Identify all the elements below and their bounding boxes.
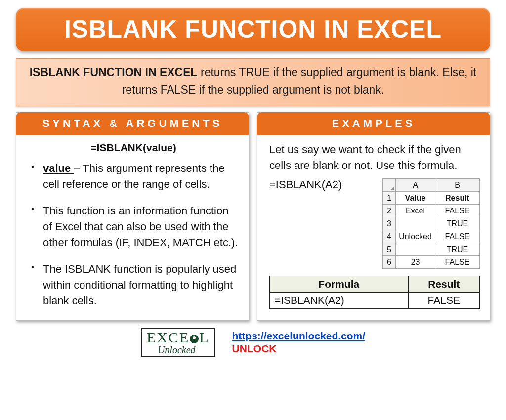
example-row: =ISBLANK(A2) A B 1 Value Result 2 Excel	[269, 178, 480, 269]
cell: TRUE	[435, 217, 480, 230]
logo-bottom: Unlocked	[147, 345, 210, 355]
page-title: ISBLANK FUNCTION IN EXCEL	[16, 8, 490, 51]
logo-text-pre: EXCE	[147, 329, 189, 345]
unlock-text: UNLOCK	[232, 343, 366, 355]
argument-item: This function is an information function…	[31, 203, 239, 251]
syntax-formula: =ISBLANK(value)	[28, 142, 239, 154]
result-header-formula: Formula	[270, 276, 409, 293]
cell	[396, 243, 435, 256]
footer: EXCEL Unlocked https://excelunlocked.com…	[14, 328, 492, 357]
syntax-card-body: =ISBLANK(value) value – This argument re…	[16, 135, 249, 320]
row-header: 3	[383, 217, 396, 230]
cell: Value	[396, 192, 435, 205]
cell: FALSE	[435, 205, 480, 217]
result-formula-cell: =ISBLANK(A2)	[270, 293, 409, 309]
cell	[396, 217, 435, 230]
argument-item: value – This argument represents the cel…	[31, 161, 239, 192]
logo-top: EXCEL	[147, 330, 210, 345]
argument-term: value	[43, 162, 74, 174]
examples-card-header: EXAMPLES	[257, 112, 490, 135]
syntax-card: SYNTAX & ARGUMENTS =ISBLANK(value) value…	[16, 112, 249, 321]
row-header: 5	[383, 243, 396, 256]
sheet-corner	[383, 179, 396, 192]
examples-card: EXAMPLES Let us say we want to check if …	[257, 112, 490, 321]
description-box: ISBLANK FUNCTION IN EXCEL returns TRUE i…	[16, 58, 490, 106]
logo-text-post: L	[199, 329, 209, 345]
cell: TRUE	[435, 243, 480, 256]
result-header-result: Result	[408, 276, 480, 293]
site-link[interactable]: https://excelunlocked.com/	[232, 330, 366, 341]
cell: FALSE	[435, 256, 480, 269]
result-table: Formula Result =ISBLANK(A2) FALSE	[269, 276, 480, 309]
description-bold: ISBLANK FUNCTION IN EXCEL	[30, 66, 198, 79]
cell: 23	[396, 256, 435, 269]
col-header-b: B	[435, 179, 480, 192]
mini-spreadsheet: A B 1 Value Result 2 Excel FALSE 3	[382, 178, 480, 269]
footer-links: https://excelunlocked.com/ UNLOCK	[232, 330, 366, 355]
keyhole-icon	[190, 335, 199, 343]
cell: Excel	[396, 205, 435, 217]
example-formula: =ISBLANK(A2)	[269, 178, 342, 191]
row-header: 1	[383, 192, 396, 205]
examples-intro: Let us say we want to check if the given…	[269, 142, 480, 173]
examples-card-body: Let us say we want to check if the given…	[257, 135, 490, 318]
row-header: 2	[383, 205, 396, 217]
row-header: 6	[383, 256, 396, 269]
cell: Result	[435, 192, 480, 205]
col-header-a: A	[396, 179, 435, 192]
brand-logo: EXCEL Unlocked	[141, 328, 215, 357]
row-header: 4	[383, 230, 396, 243]
cell: FALSE	[435, 230, 480, 243]
argument-item: The ISBLANK function is popularly used w…	[31, 261, 239, 309]
two-column-layout: SYNTAX & ARGUMENTS =ISBLANK(value) value…	[16, 112, 490, 321]
arguments-list: value – This argument represents the cel…	[28, 161, 239, 308]
result-value-cell: FALSE	[408, 293, 480, 309]
syntax-card-header: SYNTAX & ARGUMENTS	[16, 112, 249, 135]
cell: Unlocked	[396, 230, 435, 243]
